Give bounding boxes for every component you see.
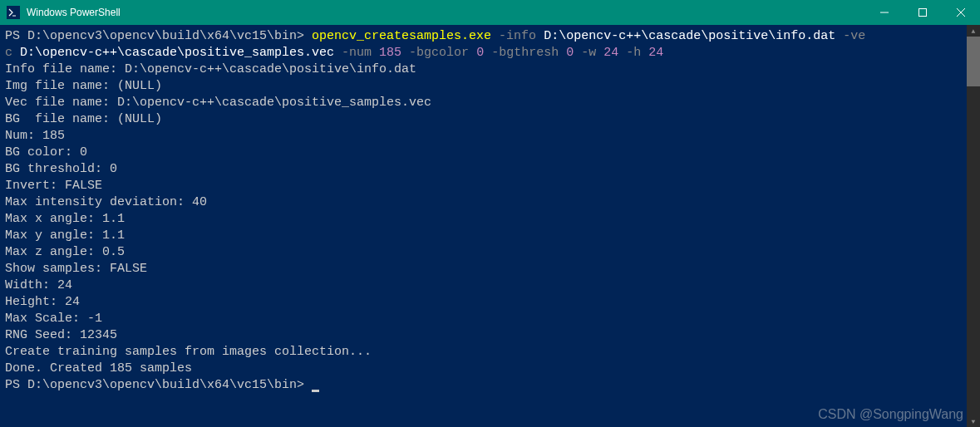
scrollbar[interactable]: ▲ ▼	[967, 25, 980, 427]
output-line: Max y angle: 1.1	[5, 228, 975, 244]
output-line: RNG Seed: 12345	[5, 327, 975, 344]
flag-h: -h	[618, 46, 648, 60]
svg-rect-2	[919, 9, 927, 17]
cursor	[312, 390, 319, 392]
flag-bgthresh: -bgthresh	[484, 46, 566, 60]
output-line: Done. Created 185 samples	[5, 361, 975, 377]
prompt-path: PS D:\opencv3\opencv\build\x64\vc15\bin>	[5, 378, 312, 392]
output-line: Vec file name: D:\opencv-c++\cascade\pos…	[5, 95, 975, 111]
output-line: Num: 185	[5, 128, 975, 145]
close-button[interactable]	[942, 0, 980, 25]
output-line: Img file name: (NULL)	[5, 78, 975, 95]
output-line: Max intensity deviation: 40	[5, 194, 975, 211]
output-line: Show samples: FALSE	[5, 261, 975, 277]
prompt-path: PS D:\opencv3\opencv\build\x64\vc15\bin>	[5, 29, 312, 43]
output-line: Max x angle: 1.1	[5, 211, 975, 228]
window-controls	[865, 0, 980, 25]
flag-bgcolor: -bgcolor	[401, 46, 476, 60]
output-line: BG color: 0	[5, 145, 975, 161]
val-bgcolor: 0	[476, 46, 484, 60]
scrollbar-down-arrow[interactable]: ▼	[967, 415, 980, 427]
flag-w: -w	[574, 46, 603, 60]
command-exe: opencv_createsamples.exe	[312, 29, 491, 43]
val-info: D:\opencv-c++\cascade\positive\info.dat	[544, 29, 835, 43]
output-line: BG threshold: 0	[5, 161, 975, 178]
watermark: CSDN @SongpingWang	[818, 407, 963, 422]
output-line: Create training samples from images coll…	[5, 344, 975, 361]
titlebar[interactable]: Windows PowerShell	[0, 0, 980, 25]
output-line: BG file name: (NULL)	[5, 111, 975, 128]
output-line: Height: 24	[5, 294, 975, 311]
scrollbar-up-arrow[interactable]: ▲	[967, 25, 980, 37]
window-title: Windows PowerShell	[27, 7, 121, 18]
flag-num: -num	[334, 46, 379, 60]
minimize-button[interactable]	[865, 0, 904, 25]
output-line: Invert: FALSE	[5, 178, 975, 194]
maximize-button[interactable]	[904, 0, 942, 25]
titlebar-left: Windows PowerShell	[0, 6, 121, 19]
output-line: Width: 24	[5, 277, 975, 294]
val-vec: D:\opencv-c++\cascade\positive_samples.v…	[20, 46, 334, 60]
terminal-content[interactable]: PS D:\opencv3\opencv\build\x64\vc15\bin>…	[0, 25, 980, 427]
output-line: Max z angle: 0.5	[5, 244, 975, 261]
output-line: Info file name: D:\opencv-c++\cascade\po…	[5, 61, 975, 78]
output-line: Max Scale: -1	[5, 311, 975, 327]
val-h: 24	[648, 46, 663, 60]
powershell-icon	[7, 6, 20, 19]
val-bgthresh: 0	[566, 46, 574, 60]
flag-info: -info	[491, 29, 544, 43]
scrollbar-thumb[interactable]	[967, 37, 980, 86]
val-num: 185	[379, 46, 401, 60]
svg-rect-0	[7, 7, 19, 18]
val-w: 24	[603, 46, 618, 60]
